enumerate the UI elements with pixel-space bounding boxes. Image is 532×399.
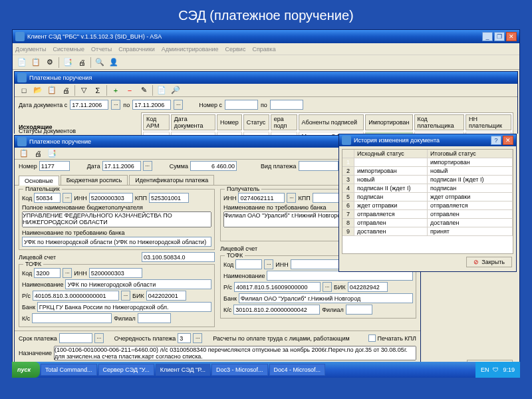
nazn-input[interactable] (54, 346, 416, 360)
remove-icon[interactable]: − (123, 84, 136, 96)
ks-input[interactable] (32, 313, 112, 323)
menu-item[interactable]: Справка (252, 46, 275, 53)
copy-icon[interactable]: 📄 (155, 84, 168, 96)
menu-item[interactable]: Сервис (225, 46, 246, 53)
tool-icon[interactable]: 📋 (29, 57, 43, 68)
tool-icon[interactable]: Σ (91, 84, 104, 96)
r-rs-input[interactable] (234, 282, 321, 292)
help-button[interactable]: ? (491, 136, 501, 145)
rs-input[interactable] (33, 291, 119, 301)
lookup-button[interactable]: ··· (323, 282, 332, 292)
tool-icon[interactable]: 📑 (61, 57, 74, 68)
restore-button[interactable]: ❐ (494, 32, 505, 41)
r-bik-input[interactable] (348, 282, 388, 292)
bik-input[interactable] (146, 291, 186, 301)
tofk-name-input[interactable] (65, 279, 211, 289)
history-row[interactable]: 5подписанждет отправки (342, 193, 513, 201)
r-bank-input[interactable] (239, 293, 413, 303)
col-header[interactable]: Импортирован (365, 114, 412, 130)
history-row[interactable]: 8отправлендоставлен (342, 219, 513, 227)
tool-icon[interactable]: 📑 (45, 148, 59, 160)
lookup-button[interactable]: ··· (193, 333, 202, 343)
col-header[interactable]: Итоговый статус (428, 150, 513, 158)
sum-input[interactable] (190, 161, 237, 171)
num-to-input[interactable] (270, 100, 303, 110)
filial-input[interactable] (138, 313, 171, 323)
history-row[interactable]: 3новыйподписан II (ждет I) (342, 176, 513, 184)
tool-icon[interactable]: ⚙ (43, 57, 57, 68)
tab-ids[interactable]: Идентификаторы платежа (129, 175, 214, 185)
menu-item[interactable]: Документы (15, 46, 46, 53)
history-row[interactable]: 6ждет отправкиотправляется (342, 201, 513, 210)
col-header[interactable]: Статус (243, 114, 269, 130)
history-row[interactable]: 4подписан II (ждет I)подписан (342, 184, 513, 193)
taskbar-item[interactable]: Doc3 - Microsof... (211, 364, 268, 376)
new-icon[interactable]: □ (17, 84, 31, 96)
date-from-input[interactable] (70, 100, 108, 110)
r-tofk-inn-input[interactable] (291, 259, 344, 269)
lookup-button[interactable]: ··· (63, 193, 72, 203)
col-header[interactable]: НН плательщик (466, 114, 511, 130)
history-grid[interactable]: Исходный статус Итоговый статус 1импорти… (342, 149, 513, 254)
tool-icon[interactable]: 📋 (45, 84, 59, 96)
date-input[interactable] (102, 161, 141, 171)
lookup-button[interactable]: ··· (63, 268, 72, 278)
menu-item[interactable]: Отчеты (91, 46, 112, 53)
history-row[interactable]: 9доставленпринят (342, 227, 513, 236)
close-button[interactable]: ✕ (506, 32, 517, 41)
col-header[interactable]: Код плательщика (414, 114, 464, 130)
tool-icon[interactable]: 🔍 (93, 57, 106, 68)
bankreq-input[interactable] (22, 237, 211, 247)
date-picker-button[interactable]: ··· (143, 161, 152, 171)
r-ks-input[interactable] (233, 305, 320, 315)
menu-item[interactable]: Администрирование (162, 46, 219, 53)
lookup-button[interactable]: ··· (264, 259, 273, 269)
date-picker-button[interactable]: ··· (174, 100, 183, 110)
tool-icon[interactable]: 🔎 (169, 84, 182, 96)
tool-icon[interactable]: 🖨 (31, 148, 45, 160)
inn-input[interactable] (89, 193, 133, 203)
taskbar-item[interactable]: Total Command... (41, 364, 97, 376)
edit-icon[interactable]: ✎ (137, 84, 150, 96)
kpp-input[interactable] (149, 193, 189, 203)
taskbar-item[interactable]: Клиент СЭД "Р... (156, 364, 210, 376)
col-header[interactable]: Номер (217, 114, 242, 130)
taskbar-item[interactable]: Doc4 - Microsof... (269, 364, 326, 376)
filter-icon[interactable]: ▽ (77, 84, 90, 96)
close-button[interactable]: ✕ (503, 136, 513, 145)
r-tofk-kod-input[interactable] (235, 259, 262, 269)
date-to-input[interactable] (132, 100, 171, 110)
r-filial-input[interactable] (346, 305, 372, 315)
paytype-input[interactable] (299, 161, 338, 171)
r-inn-input[interactable] (238, 193, 285, 203)
taskbar-item[interactable]: Сервер СЭД "У... (98, 364, 154, 376)
col-header[interactable]: ера подп (271, 114, 297, 130)
tray-icon[interactable]: 🛡 (493, 366, 499, 373)
tool-icon[interactable]: 🖨 (59, 84, 72, 96)
history-row[interactable]: 7отправляетсяотправлен (342, 210, 513, 219)
date-picker-button[interactable]: ··· (111, 100, 120, 110)
num-input[interactable] (39, 161, 70, 171)
history-row[interactable]: 2импортированновый (342, 167, 513, 176)
lang-indicator[interactable]: EN (481, 366, 489, 373)
minimize-button[interactable]: _ (482, 32, 493, 41)
fullname-input[interactable] (22, 211, 211, 227)
bank-input[interactable] (37, 302, 211, 312)
history-row[interactable]: 1импортирован (342, 158, 513, 167)
num-from-input[interactable] (225, 100, 258, 110)
lookup-button[interactable]: ··· (287, 193, 296, 203)
tofk-inn-input[interactable] (89, 268, 142, 278)
col-header[interactable]: Абоненты подписей (299, 114, 364, 130)
history-close-button[interactable]: ⊘ Закрыть (466, 257, 512, 267)
lookup-button[interactable]: ··· (121, 291, 130, 301)
col-header[interactable]: Код АРМ (143, 114, 170, 130)
col-header[interactable]: Исходный статус (354, 150, 428, 158)
menu-item[interactable]: Системные (53, 46, 84, 53)
tab-budget[interactable]: Бюджетная роспись (61, 175, 128, 185)
add-icon[interactable]: + (109, 84, 122, 96)
srok-input[interactable] (59, 333, 92, 343)
r-tofk-name-input[interactable] (267, 271, 413, 281)
col-header[interactable]: Дата документа (171, 114, 215, 130)
printkpl-checkbox[interactable] (368, 334, 376, 342)
ls-input[interactable] (142, 252, 215, 262)
